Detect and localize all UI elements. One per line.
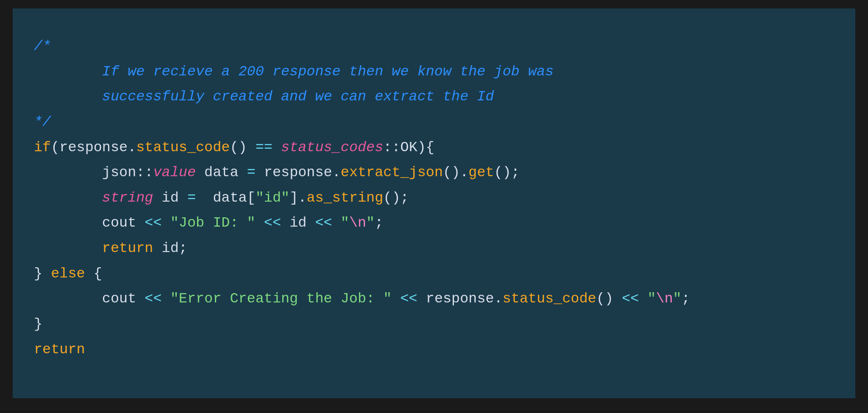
ident-response: response: [264, 164, 332, 180]
comment-close: */: [34, 114, 51, 130]
op-lshift: <<: [256, 215, 289, 231]
ns-json: json: [102, 164, 136, 180]
comment-line-1: If we recieve a 200 response then we kno…: [34, 64, 554, 80]
op-lshift: <<: [136, 215, 170, 231]
type-string: string: [102, 190, 153, 206]
call-status-code: status_code: [136, 139, 230, 155]
space: [85, 266, 94, 282]
string-quote: ": [366, 215, 375, 231]
ident-data: data: [213, 190, 247, 206]
escape-newline: \n: [349, 215, 366, 231]
dot: .: [460, 164, 468, 180]
type-status-codes: status_codes: [281, 139, 383, 155]
kw-if: if: [34, 139, 51, 155]
space: [153, 190, 161, 206]
string-quote: ": [170, 291, 179, 307]
call-parens: (): [596, 291, 613, 307]
ident-id: id: [162, 190, 179, 206]
call-parens: (): [383, 190, 400, 206]
string-quote: ": [383, 291, 392, 307]
space: [42, 266, 51, 282]
kw-else: else: [51, 266, 85, 282]
op-lshift: <<: [136, 291, 170, 307]
string-quote: ": [247, 215, 256, 231]
lbracket: [: [247, 190, 256, 206]
ident-cout: cout: [102, 215, 136, 231]
string-id: "id": [256, 190, 289, 206]
ident-id: id: [289, 215, 306, 231]
rbrace: }: [34, 316, 42, 332]
lparen: (: [51, 139, 59, 155]
escape-newline: \n: [656, 291, 673, 307]
kw-return: return: [34, 341, 85, 358]
semicolon: ;: [682, 291, 690, 307]
ident-response: response: [59, 139, 128, 155]
const-ok: OK: [401, 139, 417, 155]
indent: [34, 215, 102, 231]
op-scope: ::: [383, 139, 400, 155]
rbrace: }: [34, 266, 42, 282]
op-lshift: <<: [613, 291, 647, 307]
space: [247, 139, 256, 155]
lbrace: {: [94, 266, 102, 282]
space: [153, 240, 161, 256]
dot: .: [332, 164, 341, 180]
call-get: get: [468, 164, 494, 180]
op-eqeq: ==: [256, 139, 273, 155]
kw-return: return: [102, 240, 153, 256]
string-error: Error Creating the Job:: [179, 291, 383, 307]
call-parens: (): [443, 164, 460, 180]
op-lshift: <<: [392, 291, 426, 307]
semicolon: ;: [179, 240, 187, 256]
call-parens: (): [230, 139, 247, 155]
call-status-code: status_code: [503, 291, 596, 307]
op-assign: =: [179, 190, 213, 206]
string-quote: ": [341, 215, 349, 231]
call-as-string: as_string: [306, 190, 383, 206]
op-lshift: <<: [306, 215, 340, 231]
type-value: value: [153, 164, 196, 180]
string-quote: ": [170, 215, 179, 231]
comment-line-2: successfully created and we can extract …: [34, 89, 494, 105]
indent: [34, 164, 102, 180]
rparen-brace: ){: [417, 139, 434, 155]
ident-response: response: [426, 291, 494, 307]
string-quote: ": [673, 291, 682, 307]
string-job-id: Job ID:: [179, 215, 247, 231]
space: [196, 164, 204, 180]
semicolon: ;: [375, 215, 383, 231]
space: [273, 139, 281, 155]
dot: .: [298, 190, 306, 206]
comment-open: /*: [34, 38, 51, 54]
semicolon: ;: [511, 164, 520, 180]
call-parens: (): [494, 164, 511, 180]
string-quote: ": [648, 291, 656, 307]
ident-data: data: [204, 164, 238, 180]
op-assign: =: [239, 164, 264, 180]
call-extract-json: extract_json: [341, 164, 443, 180]
ident-cout: cout: [102, 291, 136, 307]
indent: [34, 291, 102, 307]
indent: [34, 240, 102, 256]
code-block: /* If we recieve a 200 response then we …: [13, 8, 855, 398]
dot: .: [128, 139, 136, 155]
op-scope: ::: [136, 164, 153, 180]
indent: [34, 190, 102, 206]
dot: .: [494, 291, 503, 307]
rbracket: ]: [289, 190, 298, 206]
ident-id: id: [162, 240, 179, 256]
semicolon: ;: [401, 190, 409, 206]
